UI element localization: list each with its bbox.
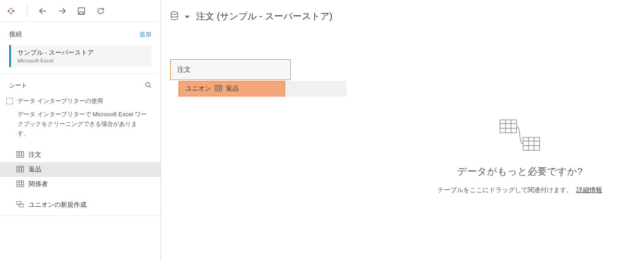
union-drop-target: ユニオン 返品 bbox=[178, 81, 285, 96]
svg-line-11 bbox=[150, 86, 151, 88]
svg-point-29 bbox=[171, 11, 178, 14]
learn-more-link[interactable]: 詳細情報 bbox=[576, 186, 602, 193]
refresh-button[interactable] bbox=[95, 6, 106, 17]
connection-item[interactable]: サンプル - スーパーストア Microsoft Excel bbox=[9, 45, 151, 67]
table-node-label: 注文 bbox=[177, 65, 191, 74]
tables-relationship-icon bbox=[499, 119, 540, 151]
union-drop-zone[interactable]: ユニオン 返品 bbox=[178, 81, 346, 96]
svg-rect-22 bbox=[17, 181, 24, 187]
main-canvas: 注文 (サンプル - スーパーストア) 注文 ユニオン bbox=[161, 0, 644, 261]
sheet-item-orders[interactable]: 注文 bbox=[0, 148, 161, 162]
table-icon bbox=[17, 166, 24, 174]
toolbar-divider bbox=[27, 5, 27, 17]
search-icon[interactable] bbox=[145, 82, 151, 90]
svg-rect-35 bbox=[500, 120, 517, 133]
connection-type: Microsoft Excel bbox=[17, 58, 145, 63]
connection-name: サンプル - スーパーストア bbox=[17, 49, 145, 57]
table-icon bbox=[215, 85, 222, 93]
table-node-orders[interactable]: 注文 bbox=[170, 59, 291, 80]
svg-rect-17 bbox=[17, 166, 24, 172]
connections-header: 接続 追加 bbox=[0, 22, 161, 43]
new-union-button[interactable]: ユニオンの新規作成 bbox=[0, 193, 161, 216]
sheet-label: 返品 bbox=[29, 165, 41, 174]
svg-point-10 bbox=[146, 82, 150, 86]
table-icon bbox=[17, 151, 24, 159]
dragging-table-label: 返品 bbox=[226, 85, 239, 93]
svg-rect-12 bbox=[17, 151, 24, 157]
save-button[interactable] bbox=[76, 6, 87, 17]
sheet-item-people[interactable]: 関係者 bbox=[0, 177, 161, 192]
tableau-logo-icon bbox=[6, 6, 17, 17]
svg-rect-40 bbox=[523, 137, 540, 150]
svg-rect-30 bbox=[215, 85, 222, 91]
sheets-header: シート bbox=[0, 77, 161, 95]
forward-button[interactable] bbox=[57, 6, 68, 17]
datasource-title: 注文 (サンプル - スーパーストア) bbox=[196, 10, 333, 23]
database-icon bbox=[170, 11, 178, 22]
placeholder-heading: データがもっと必要ですか? bbox=[457, 165, 583, 178]
data-interpreter-block: データ インタープリターの使用 データ インタープリターで Microsoft … bbox=[0, 95, 161, 146]
new-union-label: ユニオンの新規作成 bbox=[29, 201, 86, 209]
back-button[interactable] bbox=[37, 6, 48, 17]
placeholder-subtext: テーブルをここにドラッグして関連付けます。 詳細情報 bbox=[437, 186, 602, 194]
sheet-item-returns[interactable]: 返品 bbox=[0, 162, 161, 177]
sheet-list: 注文 返品 bbox=[0, 146, 161, 193]
divider bbox=[0, 216, 161, 216]
svg-rect-8 bbox=[78, 8, 85, 14]
union-icon bbox=[17, 201, 24, 209]
sheets-label: シート bbox=[9, 81, 27, 90]
sidebar: 接続 追加 サンプル - スーパーストア Microsoft Excel シート… bbox=[0, 0, 161, 261]
add-connection-link[interactable]: 追加 bbox=[139, 30, 151, 39]
sheet-label: 関係者 bbox=[29, 180, 48, 188]
relationship-canvas[interactable]: 注文 ユニオン 返品 bbox=[161, 27, 644, 261]
datasource-header: 注文 (サンプル - スーパーストア) bbox=[161, 0, 644, 27]
drop-zone-extension bbox=[285, 81, 346, 96]
connections-label: 接続 bbox=[9, 30, 22, 39]
table-icon bbox=[17, 181, 24, 188]
chevron-down-icon[interactable] bbox=[185, 13, 190, 20]
svg-rect-9 bbox=[80, 12, 83, 14]
data-interpreter-description: データ インタープリターで Microsoft Excel ワークブックをクリー… bbox=[17, 110, 147, 138]
data-interpreter-label: データ インタープリターの使用 bbox=[17, 97, 103, 105]
toolbar bbox=[0, 0, 161, 22]
data-interpreter-checkbox[interactable] bbox=[6, 98, 13, 104]
sheet-label: 注文 bbox=[29, 151, 41, 159]
union-label: ユニオン bbox=[185, 85, 211, 93]
canvas-placeholder: データがもっと必要ですか? テーブルをここにドラッグして関連付けます。 詳細情報 bbox=[409, 119, 630, 194]
divider bbox=[0, 74, 161, 74]
